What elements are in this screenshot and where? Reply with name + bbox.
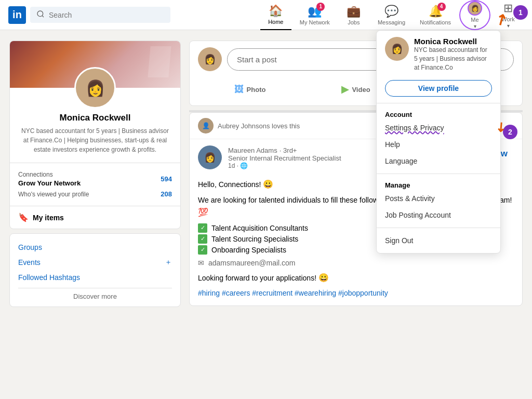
groups-label: Groups xyxy=(18,243,42,251)
me-dropdown: 👩 Monica Rockwell NYC based accountant f… xyxy=(376,30,501,254)
hashtag-careers[interactable]: #careers xyxy=(222,289,250,297)
checkmark-icon-2: ✓ xyxy=(198,234,207,244)
profile-avatar-wrap: 👩 xyxy=(10,67,180,109)
degree-badge: · 3rd+ xyxy=(280,147,297,154)
profile-info: Monica Rockwell NYC based accountant for… xyxy=(10,109,180,163)
sidebar-item-hashtags[interactable]: Followed Hashtags xyxy=(18,270,172,285)
nav-notifications-label: Notifications xyxy=(420,19,451,25)
hashtag-recruitment[interactable]: #recruitment xyxy=(252,289,292,297)
video-label: Video xyxy=(352,86,370,94)
checkmark-icon-3: ✓ xyxy=(198,245,207,255)
help-item[interactable]: Help xyxy=(377,136,500,153)
search-input[interactable] xyxy=(49,11,164,19)
search-box xyxy=(30,7,170,23)
dropdown-name: Monica Rockwell xyxy=(414,37,492,46)
dropdown-user-info: Monica Rockwell NYC based accountant for… xyxy=(414,37,492,72)
activity-avatar: 👤 xyxy=(198,118,214,134)
dropdown-signout-section: Sign Out xyxy=(377,228,500,253)
post-hashtags: #hiring #careers #recruitment #wearehiri… xyxy=(198,287,514,299)
nav-jobs-label: Jobs xyxy=(348,19,360,25)
my-items-label: My items xyxy=(33,214,64,222)
sidebar-item-events[interactable]: Events ＋ xyxy=(18,255,172,270)
hashtag-hiring[interactable]: #hiring xyxy=(198,289,220,297)
profile-avatar: 👩 xyxy=(74,67,116,109)
posts-activity-item[interactable]: Posts & Activity xyxy=(377,190,500,207)
post-text-closing: Looking forward to your applications! 😀 xyxy=(198,271,514,285)
network-icon: 👥 1 xyxy=(308,5,322,18)
nav-me-label: Me xyxy=(471,17,478,23)
bookmark-icon: 🔖 xyxy=(18,212,29,222)
svg-line-1 xyxy=(42,16,44,17)
messaging-icon: 💬 xyxy=(384,5,398,18)
contact-email-row: ✉ adamsmaureen@mail.com xyxy=(198,259,514,267)
nav-home-label: Home xyxy=(268,19,283,25)
photo-action-button[interactable]: 🖼 Photo xyxy=(198,79,302,99)
dropdown-header: 👩 Monica Rockwell NYC based accountant f… xyxy=(377,31,500,78)
profile-views-value: 208 xyxy=(161,190,172,198)
hashtag-jobopportunity[interactable]: #jobopportunity xyxy=(338,289,388,297)
linkedin-logo[interactable]: in xyxy=(8,6,26,24)
help-label: Help xyxy=(385,140,400,149)
nav-me[interactable]: 👩 Me ▾ xyxy=(459,0,490,30)
manage-section-label: Manage xyxy=(377,178,500,190)
sidebar-item-groups[interactable]: Groups xyxy=(18,240,172,255)
job-posting-item[interactable]: Job Posting Account xyxy=(377,207,500,223)
sign-out-label: Sign Out xyxy=(385,236,413,245)
profile-card-bottom: 🔖 My items xyxy=(10,206,180,229)
email-icon: ✉ xyxy=(198,259,204,267)
nav-notifications[interactable]: 🔔 4 Notifications xyxy=(414,0,457,30)
sign-out-item[interactable]: Sign Out xyxy=(377,232,500,249)
header: in 🏠 Home 👥 1 My Network 💼 Jobs 💬 Mes xyxy=(0,0,532,30)
hashtag-wearehiring[interactable]: #wearehiring xyxy=(295,289,336,297)
nav-network[interactable]: 👥 1 My Network xyxy=(294,0,336,30)
job-title-1: Talent Acquisition Consultants xyxy=(211,224,308,232)
me-avatar: 👩 xyxy=(468,1,482,16)
photo-label: Photo xyxy=(247,86,266,94)
dropdown-bio: NYC based accountant for 5 years | Busin… xyxy=(414,46,492,72)
events-plus-icon: ＋ xyxy=(165,258,172,267)
grow-network-label: Grow Your Network xyxy=(18,179,81,187)
nav-messaging-label: Messaging xyxy=(378,19,405,25)
svg-point-0 xyxy=(37,11,43,17)
jobs-icon: 💼 xyxy=(347,5,361,18)
me-arrow-icon: ▾ xyxy=(474,23,476,29)
activity-text: Aubrey Johnsons loves this xyxy=(218,122,300,130)
language-label: Language xyxy=(385,157,417,165)
connections-label: Connections Grow Your Network xyxy=(18,171,81,187)
sidebar-links: Groups Events ＋ Followed Hashtags Discov… xyxy=(9,233,181,307)
hashtags-label: Followed Hashtags xyxy=(18,273,80,282)
main-nav: 🏠 Home 👥 1 My Network 💼 Jobs 💬 Messaging… xyxy=(260,0,524,30)
job-title-3: Onboarding Specialists xyxy=(211,246,286,254)
connections-stat[interactable]: Connections Grow Your Network 594 xyxy=(18,169,172,189)
profile-views-stat[interactable]: Who's viewed your profile 208 xyxy=(18,189,172,200)
nav-network-label: My Network xyxy=(300,19,330,25)
poster-avatar: 👩 xyxy=(198,145,222,169)
view-profile-button[interactable]: View profile xyxy=(385,80,492,97)
language-item[interactable]: Language xyxy=(377,153,500,169)
profile-bio: NYC based accountant for 5 years | Busin… xyxy=(18,126,172,154)
notifications-badge: 4 xyxy=(437,3,446,11)
profile-stats: Connections Grow Your Network 594 Who's … xyxy=(10,163,180,206)
checkmark-icon-1: ✓ xyxy=(198,223,207,233)
contact-email: adamsmaureen@mail.com xyxy=(208,259,296,267)
my-items-link[interactable]: 🔖 My items xyxy=(18,212,172,222)
video-icon: ▶ xyxy=(341,84,349,95)
notifications-icon: 🔔 4 xyxy=(429,5,443,18)
events-label: Events xyxy=(18,258,41,267)
dropdown-manage-section: Manage Posts & Activity Job Posting Acco… xyxy=(377,174,500,228)
profile-card: 👩 Monica Rockwell NYC based accountant f… xyxy=(9,41,181,229)
network-badge: 1 xyxy=(316,3,325,11)
discover-more-link[interactable]: Discover more xyxy=(18,288,172,300)
photo-icon: 🖼 xyxy=(234,84,244,95)
dropdown-avatar: 👩 xyxy=(385,37,409,61)
search-icon xyxy=(36,10,45,20)
settings-privacy-item[interactable]: Settings & Privacy xyxy=(377,119,500,136)
left-sidebar: 👩 Monica Rockwell NYC based accountant f… xyxy=(9,41,181,310)
nav-home[interactable]: 🏠 Home xyxy=(260,0,291,30)
nav-jobs[interactable]: 💼 Jobs xyxy=(338,0,369,30)
account-section-label: Account xyxy=(377,108,500,119)
home-icon: 🏠 xyxy=(269,4,283,18)
work-icon: ⊞ xyxy=(503,2,513,15)
nav-messaging[interactable]: 💬 Messaging xyxy=(371,0,411,30)
job-posting-label: Job Posting Account xyxy=(385,211,451,219)
